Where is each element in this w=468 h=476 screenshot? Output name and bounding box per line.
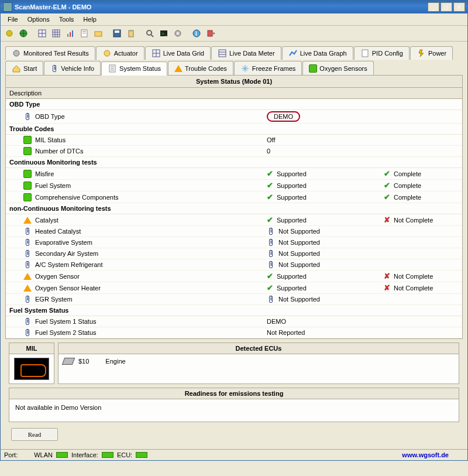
status-icon xyxy=(108,64,117,73)
menu-help[interactable]: Help xyxy=(78,15,101,24)
tab-freeze-frames[interactable]: Freeze Frames xyxy=(234,61,302,75)
info-icon[interactable]: i xyxy=(190,27,203,40)
toolbar: >_ i xyxy=(1,26,467,42)
tab-power[interactable]: Power xyxy=(410,46,453,60)
grid1-icon[interactable] xyxy=(36,27,49,40)
warning-icon xyxy=(23,284,32,292)
tab-system-status[interactable]: System Status xyxy=(101,61,167,76)
green-icon xyxy=(23,136,32,144)
warning-icon xyxy=(23,272,32,280)
info-icon xyxy=(23,295,32,303)
svg-rect-5 xyxy=(70,32,71,37)
info-icon xyxy=(267,238,275,246)
terminal-icon[interactable]: >_ xyxy=(157,27,170,40)
sb-iface-label: Interface: xyxy=(71,451,98,458)
tab-vehicle-info[interactable]: Vehicle Info xyxy=(44,61,101,75)
green-icon xyxy=(23,182,32,190)
sb-port-label: Port: xyxy=(4,451,18,458)
doc-icon xyxy=(360,49,370,58)
app-icon xyxy=(3,2,12,12)
close-button[interactable]: × xyxy=(453,2,465,12)
info-icon xyxy=(23,238,32,246)
connect-icon[interactable] xyxy=(3,27,16,40)
svg-rect-9 xyxy=(82,33,86,33)
obd-type-value: DEMO xyxy=(267,111,300,122)
tab-oxygen-sensors[interactable]: Oxygen Sensors xyxy=(302,61,373,75)
exit-icon[interactable] xyxy=(204,27,217,40)
sb-ecu-label: ECU: xyxy=(117,451,132,458)
tab-live-data-meter[interactable]: Live Data Meter xyxy=(211,46,281,60)
tab-start[interactable]: Start xyxy=(5,61,43,75)
info-icon xyxy=(267,295,275,303)
green-icon xyxy=(23,193,32,201)
chip-icon xyxy=(62,358,75,365)
gear-icon[interactable] xyxy=(171,27,184,40)
tab-live-data-grid[interactable]: Live Data Grid xyxy=(145,46,211,60)
globe-icon[interactable] xyxy=(17,27,30,40)
svg-rect-3 xyxy=(53,30,60,37)
maximize-button[interactable]: □ xyxy=(441,2,452,12)
info-icon xyxy=(23,227,32,235)
cross-icon: ✘ xyxy=(384,215,390,224)
search-icon[interactable] xyxy=(143,27,156,40)
system-status-panel: System Status (Mode 01) Description OBD … xyxy=(5,75,463,339)
sb-wlan-label: WLAN xyxy=(34,451,53,458)
folder-icon[interactable] xyxy=(92,27,105,40)
row-oxygen-sensor-heater: Oxygen Sensor Heater ✔Supported ✘Not Com… xyxy=(6,282,462,294)
svg-point-15 xyxy=(147,30,152,35)
info-icon xyxy=(267,249,275,258)
svg-line-16 xyxy=(151,35,153,37)
mil-lamp-icon xyxy=(14,358,49,380)
freeze-icon xyxy=(240,64,250,73)
grid2-icon[interactable] xyxy=(50,27,63,40)
section-obd-type: OBD Type xyxy=(6,99,462,110)
statusbar: Port: WLAN Interface: ECU: www.wgsoft.de xyxy=(1,449,467,460)
ecu-led-icon xyxy=(136,452,147,458)
menu-file[interactable]: File xyxy=(3,15,23,24)
chart-icon[interactable] xyxy=(64,27,77,40)
tab-actuator[interactable]: Actuator xyxy=(96,46,144,60)
tab-live-data-graph[interactable]: Live Data Graph xyxy=(282,46,353,60)
row-obd-type: OBD Type DEMO xyxy=(6,110,462,124)
clipboard-icon[interactable] xyxy=(125,27,137,40)
readiness-panel: Readiness for emissions testing Not avai… xyxy=(9,388,459,422)
ecu-title: Detected ECUs xyxy=(58,343,459,354)
svg-point-24 xyxy=(13,50,19,56)
green-icon xyxy=(23,147,32,155)
check-icon: ✔ xyxy=(267,283,273,292)
ecu-name: Engine xyxy=(105,358,125,365)
svg-point-25 xyxy=(104,50,110,56)
wlan-led-icon xyxy=(56,452,68,458)
svg-rect-27 xyxy=(219,50,226,57)
row-num-dtc: Number of DTCs 0 xyxy=(6,146,462,157)
info-icon xyxy=(23,317,32,326)
svg-rect-8 xyxy=(82,31,86,32)
row-oxygen-sensor: Oxygen Sensor ✔Supported ✘Not Complete xyxy=(6,270,462,282)
grid-icon xyxy=(152,49,161,58)
doc-icon[interactable] xyxy=(78,27,91,40)
svg-rect-14 xyxy=(130,30,132,32)
home-icon xyxy=(12,64,21,73)
row-mil-status: MIL Status Off xyxy=(6,135,462,146)
tab-pid-config[interactable]: PID Config xyxy=(354,46,410,60)
row-comp: Comprehensive Components ✔Supported ✔Com… xyxy=(6,191,462,203)
vendor-link[interactable]: www.wgsoft.de xyxy=(402,451,449,458)
save-icon[interactable] xyxy=(111,27,123,40)
section-noncontinuous: non-Continuous Monitoring tests xyxy=(6,203,462,214)
check-icon: ✔ xyxy=(384,169,390,178)
menu-options[interactable]: Options xyxy=(23,15,54,24)
green-icon xyxy=(23,170,32,178)
menu-tools[interactable]: Tools xyxy=(54,15,79,24)
svg-rect-12 xyxy=(115,30,119,33)
read-button[interactable]: Read xyxy=(11,428,58,441)
readiness-body: Not available in Demo Version xyxy=(9,399,459,422)
mil-title: MIL xyxy=(9,343,54,354)
minimize-button[interactable]: _ xyxy=(428,2,439,12)
tab-trouble-codes[interactable]: Trouble Codes xyxy=(168,61,233,75)
window-title: ScanMaster-ELM - DEMO xyxy=(15,4,428,11)
row-heated-catalyst: Heated Catalyst Not Supported xyxy=(6,226,462,237)
gear-icon xyxy=(12,49,21,58)
tab-monitored-test-results[interactable]: Monitored Test Results xyxy=(5,46,95,60)
svg-text:>_: >_ xyxy=(161,31,167,36)
row-ac-refrigerant: A/C System Refrigerant Not Supported xyxy=(6,259,462,270)
